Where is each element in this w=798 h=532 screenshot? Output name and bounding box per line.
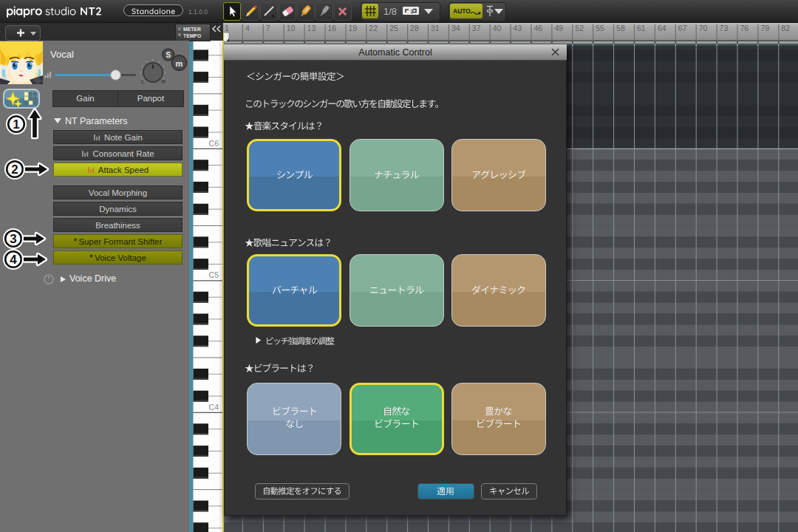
svg-text:R: R (162, 78, 166, 85)
svg-text:73: 73 (720, 24, 729, 33)
svg-text:3: 3 (411, 8, 415, 15)
svg-text:61: 61 (637, 24, 646, 33)
svg-text:C5: C5 (209, 270, 219, 279)
svg-text:13: 13 (307, 24, 316, 33)
svg-text:28: 28 (410, 24, 419, 33)
svg-text:1: 1 (225, 24, 229, 33)
svg-text:S: S (166, 51, 171, 59)
svg-text:79: 79 (760, 24, 769, 33)
svg-text:C4: C4 (209, 403, 219, 412)
svg-text:L: L (141, 78, 145, 85)
svg-text:25: 25 (389, 24, 398, 33)
svg-text:76: 76 (740, 24, 749, 33)
svg-text:22: 22 (369, 24, 378, 33)
svg-text:C6: C6 (209, 139, 219, 148)
svg-text:70: 70 (699, 24, 708, 33)
svg-text:34: 34 (451, 24, 460, 33)
svg-text:40: 40 (493, 24, 502, 33)
svg-text:64: 64 (658, 24, 666, 33)
svg-text:1: 1 (13, 117, 19, 132)
svg-text:46: 46 (534, 24, 543, 33)
svg-text:TEMPO: TEMPO (183, 33, 201, 38)
svg-text:16: 16 (328, 24, 337, 33)
svg-text:55: 55 (596, 24, 604, 33)
svg-text:4: 4 (245, 24, 250, 33)
svg-text:2: 2 (11, 163, 18, 177)
svg-text:43: 43 (514, 24, 522, 33)
svg-text:82: 82 (781, 24, 790, 33)
svg-text:31: 31 (431, 24, 440, 33)
svg-text:67: 67 (678, 24, 687, 33)
svg-text:37: 37 (472, 24, 481, 33)
svg-text:10: 10 (287, 24, 296, 33)
svg-text:52: 52 (575, 24, 584, 33)
svg-text:AUTO: AUTO (453, 7, 471, 15)
svg-text:4: 4 (10, 253, 17, 267)
svg-text:3: 3 (10, 232, 16, 246)
svg-text:19: 19 (348, 24, 357, 33)
svg-text:7: 7 (266, 24, 270, 33)
svg-text:58: 58 (616, 24, 625, 33)
svg-text:49: 49 (554, 24, 563, 33)
svg-text:m: m (176, 59, 183, 68)
svg-text:METER: METER (183, 27, 201, 32)
